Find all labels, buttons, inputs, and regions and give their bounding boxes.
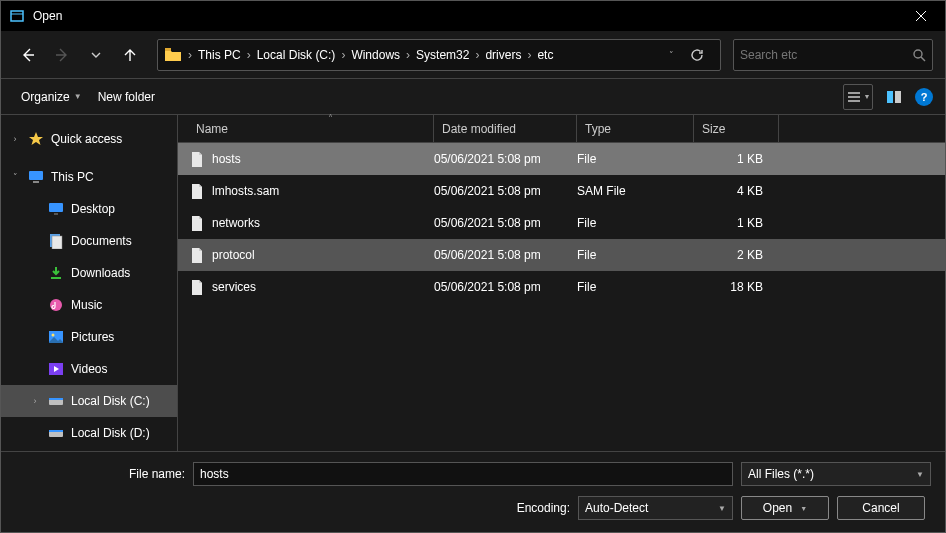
arrow-up-icon <box>122 47 138 63</box>
svg-rect-12 <box>29 171 43 180</box>
sidebar-item-label: Videos <box>71 362 107 376</box>
column-type[interactable]: Type <box>577 115 694 142</box>
toolbar: Organize ▼ New folder ▼ ? <box>1 79 945 115</box>
file-date: 05/06/2021 5:08 pm <box>434 248 577 262</box>
sidebar-item-downloads[interactable]: Downloads <box>1 257 177 289</box>
nav-bar: › This PC › Local Disk (C:) › Windows › … <box>1 31 945 79</box>
sidebar-item-videos[interactable]: Videos <box>1 353 177 385</box>
svg-rect-0 <box>11 11 23 21</box>
sidebar-item-documents[interactable]: Documents <box>1 225 177 257</box>
refresh-icon <box>690 48 704 62</box>
sidebar-item-label: Documents <box>71 234 132 248</box>
list-view-icon <box>846 90 862 104</box>
column-name[interactable]: Name <box>188 115 434 142</box>
open-button[interactable]: Open ▼ <box>741 496 829 520</box>
file-name: hosts <box>212 152 434 166</box>
bottom-panel: File name: All Files (*.*) ▼ Encoding: A… <box>1 451 945 532</box>
sidebar-item-this-pc[interactable]: ˅ This PC <box>1 161 177 193</box>
chevron-down-icon: ▼ <box>916 470 924 479</box>
file-row[interactable]: lmhosts.sam05/06/2021 5:08 pmSAM File4 K… <box>178 175 945 207</box>
file-icon <box>188 216 206 231</box>
forward-button[interactable] <box>47 40 77 70</box>
videos-icon <box>47 360 65 378</box>
expand-icon[interactable]: › <box>29 396 41 406</box>
file-icon <box>188 280 206 295</box>
music-icon <box>47 296 65 314</box>
search-input[interactable] <box>740 48 912 62</box>
file-icon <box>188 152 206 167</box>
chevron-down-icon: ▼ <box>74 92 82 101</box>
file-list: Name Date modified Type Size hosts05/06/… <box>178 115 945 451</box>
file-name: protocol <box>212 248 434 262</box>
folder-icon <box>164 46 182 64</box>
file-name: networks <box>212 216 434 230</box>
encoding-label: Encoding: <box>15 501 570 515</box>
cancel-button[interactable]: Cancel <box>837 496 925 520</box>
file-row[interactable]: protocol05/06/2021 5:08 pmFile2 KB <box>178 239 945 271</box>
chevron-right-icon: › <box>404 48 412 62</box>
sidebar-item-label: Pictures <box>71 330 114 344</box>
pc-icon <box>27 168 45 186</box>
breadcrumb-item[interactable]: This PC <box>194 48 245 62</box>
collapse-icon[interactable]: ˅ <box>9 172 21 182</box>
back-button[interactable] <box>13 40 43 70</box>
preview-pane-button[interactable] <box>879 84 909 110</box>
organize-button[interactable]: Organize ▼ <box>13 84 90 110</box>
file-row[interactable]: networks05/06/2021 5:08 pmFile1 KB <box>178 207 945 239</box>
new-folder-button[interactable]: New folder <box>90 84 163 110</box>
title-bar: Open <box>1 1 945 31</box>
sidebar-item-disk-d[interactable]: Local Disk (D:) <box>1 417 177 449</box>
svg-point-5 <box>914 50 922 58</box>
file-type: File <box>577 280 694 294</box>
breadcrumb-item[interactable]: Local Disk (C:) <box>253 48 340 62</box>
close-button[interactable] <box>898 1 943 31</box>
chevron-down-icon[interactable]: ˅ <box>669 50 674 60</box>
recent-dropdown[interactable] <box>81 40 111 70</box>
breadcrumb-item[interactable]: etc <box>533 48 557 62</box>
file-type: File <box>577 248 694 262</box>
svg-point-19 <box>50 299 62 311</box>
file-row[interactable]: hosts05/06/2021 5:08 pmFile1 KB <box>178 143 945 175</box>
column-size[interactable]: Size <box>694 115 779 142</box>
file-name-input[interactable] <box>193 462 733 486</box>
file-row[interactable]: services05/06/2021 5:08 pmFile18 KB <box>178 271 945 303</box>
encoding-select[interactable]: Auto-Detect ▼ <box>578 496 733 520</box>
chevron-down-icon: ▼ <box>718 504 726 513</box>
breadcrumb-item[interactable]: System32 <box>412 48 473 62</box>
svg-rect-11 <box>895 91 901 103</box>
sidebar-item-quick-access[interactable]: › Quick access <box>1 123 177 155</box>
breadcrumb[interactable]: › This PC › Local Disk (C:) › Windows › … <box>157 39 721 71</box>
sidebar-item-disk-c[interactable]: › Local Disk (C:) <box>1 385 177 417</box>
organize-label: Organize <box>21 90 70 104</box>
breadcrumb-item[interactable]: drivers <box>481 48 525 62</box>
drive-icon <box>47 424 65 442</box>
file-date: 05/06/2021 5:08 pm <box>434 280 577 294</box>
svg-rect-13 <box>33 181 39 183</box>
svg-rect-17 <box>52 236 62 249</box>
search-icon <box>912 48 926 62</box>
chevron-right-icon: › <box>525 48 533 62</box>
file-type-filter[interactable]: All Files (*.*) ▼ <box>741 462 931 486</box>
sidebar-item-music[interactable]: Music <box>1 289 177 321</box>
svg-rect-4 <box>165 48 171 51</box>
chevron-right-icon: › <box>339 48 347 62</box>
file-icon <box>188 184 206 199</box>
expand-icon[interactable]: › <box>9 134 21 144</box>
help-button[interactable]: ? <box>915 88 933 106</box>
breadcrumb-item[interactable]: Windows <box>347 48 404 62</box>
sidebar-item-label: Local Disk (C:) <box>71 394 150 408</box>
column-date[interactable]: Date modified <box>434 115 577 142</box>
svg-rect-14 <box>49 203 63 212</box>
up-button[interactable] <box>115 40 145 70</box>
sidebar-item-pictures[interactable]: Pictures <box>1 321 177 353</box>
search-box[interactable] <box>733 39 933 71</box>
refresh-button[interactable] <box>682 40 712 70</box>
sidebar-item-desktop[interactable]: Desktop <box>1 193 177 225</box>
file-size: 18 KB <box>694 280 779 294</box>
file-size: 4 KB <box>694 184 779 198</box>
sidebar: › Quick access ˅ This PC Desktop Documen… <box>1 115 178 451</box>
view-list-button[interactable]: ▼ <box>843 84 873 110</box>
file-name: lmhosts.sam <box>212 184 434 198</box>
svg-rect-18 <box>51 277 61 279</box>
svg-rect-10 <box>887 91 893 103</box>
